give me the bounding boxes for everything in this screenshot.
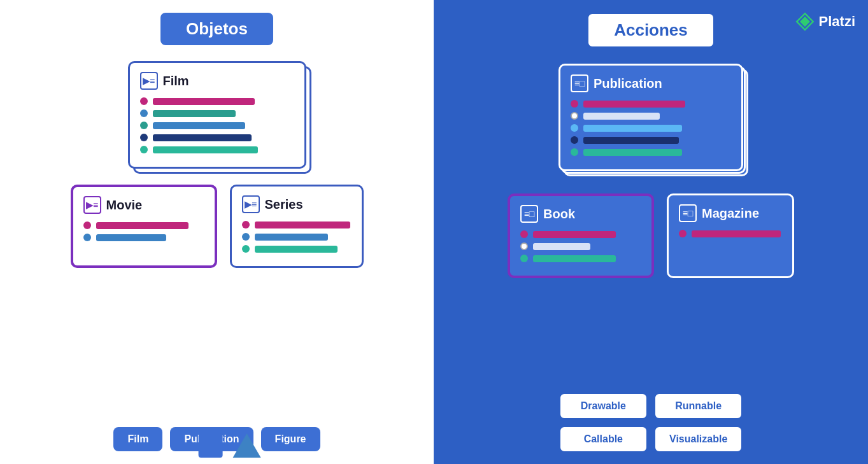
field-bar bbox=[153, 134, 252, 141]
dot bbox=[140, 134, 148, 141]
field-bar bbox=[533, 231, 616, 238]
field-bar bbox=[583, 101, 685, 108]
dot bbox=[242, 233, 250, 241]
square-shape bbox=[198, 433, 222, 458]
dot bbox=[140, 122, 148, 129]
field-bar bbox=[153, 146, 258, 153]
publication-card-stack: ≡□ Publication bbox=[559, 64, 743, 171]
book-icon: ≡□ bbox=[520, 205, 538, 223]
film-icon: ▶≡ bbox=[140, 72, 158, 90]
field-bar bbox=[255, 221, 350, 228]
dot bbox=[140, 97, 148, 105]
label-figure: Figure bbox=[261, 427, 320, 451]
movie-icon: ▶≡ bbox=[83, 196, 101, 214]
book-card: ≡□ Book bbox=[508, 193, 654, 278]
field-bar bbox=[533, 255, 616, 262]
field-bar bbox=[583, 113, 660, 120]
magazine-icon: ≡□ bbox=[679, 204, 697, 222]
pub-field-4 bbox=[571, 136, 731, 144]
field-bar bbox=[583, 125, 682, 132]
movie-field-2 bbox=[83, 234, 204, 241]
book-field-2 bbox=[520, 243, 641, 250]
field-bar bbox=[96, 234, 166, 241]
magazine-card: ≡□ Magazine bbox=[667, 193, 794, 278]
platzi-diamond-icon bbox=[795, 11, 815, 32]
movie-card: ▶≡ Movie bbox=[71, 185, 217, 268]
film-card: ▶≡ Film bbox=[128, 61, 306, 169]
pub-field-2 bbox=[571, 112, 731, 120]
right-header: Acciones bbox=[587, 13, 715, 48]
field-bar bbox=[533, 243, 590, 250]
label-drawable: Drawable bbox=[559, 393, 648, 419]
pub-field-1 bbox=[571, 100, 731, 108]
publication-card: ≡□ Publication bbox=[559, 64, 743, 171]
dot bbox=[140, 146, 148, 153]
film-field-2 bbox=[140, 109, 294, 117]
dot bbox=[242, 245, 250, 253]
dot bbox=[520, 243, 528, 250]
dot bbox=[520, 255, 528, 262]
field-bar bbox=[96, 222, 189, 229]
book-field-3 bbox=[520, 255, 641, 262]
platzi-logo: Platzi bbox=[795, 11, 855, 32]
dot bbox=[679, 230, 687, 237]
film-card-stack: ▶≡ Film bbox=[128, 61, 306, 169]
field-bar bbox=[255, 234, 328, 241]
series-field-2 bbox=[242, 233, 352, 241]
film-card-title: ▶≡ Film bbox=[140, 72, 294, 90]
label-callable: Callable bbox=[559, 426, 648, 453]
field-bar bbox=[583, 149, 682, 156]
dot bbox=[83, 221, 91, 229]
field-bar bbox=[692, 230, 781, 237]
film-field-3 bbox=[140, 122, 294, 129]
field-bar bbox=[153, 122, 245, 129]
dot bbox=[520, 230, 528, 238]
dot bbox=[571, 112, 578, 120]
field-bar bbox=[153, 110, 236, 117]
dot bbox=[571, 148, 578, 156]
series-card: ▶≡ Series bbox=[230, 185, 364, 268]
dot bbox=[571, 100, 578, 108]
series-card-title: ▶≡ Series bbox=[242, 195, 352, 213]
film-field-5 bbox=[140, 146, 294, 153]
book-card-title: ≡□ Book bbox=[520, 205, 641, 223]
label-runnable: Runnable bbox=[654, 393, 743, 419]
magazine-card-title: ≡□ Magazine bbox=[679, 204, 782, 222]
left-header: Objetos bbox=[160, 13, 273, 45]
series-field-1 bbox=[242, 221, 352, 228]
movie-field-1 bbox=[83, 221, 204, 229]
publication-icon: ≡□ bbox=[571, 74, 588, 92]
series-icon: ▶≡ bbox=[242, 195, 260, 213]
book-field-1 bbox=[520, 230, 641, 238]
right-bottom-row: ≡□ Book ≡□ Magazine bbox=[508, 193, 794, 278]
label-film: Film bbox=[113, 427, 162, 451]
dot bbox=[242, 221, 250, 228]
dot bbox=[83, 234, 91, 241]
dot bbox=[140, 109, 148, 117]
film-field-4 bbox=[140, 134, 294, 141]
left-panel: Objetos ▶≡ Film bbox=[0, 0, 434, 464]
pub-field-3 bbox=[571, 124, 731, 132]
movie-card-title: ▶≡ Movie bbox=[83, 196, 204, 214]
shapes-row bbox=[198, 433, 260, 458]
triangle-shape bbox=[232, 433, 260, 458]
pub-field-5 bbox=[571, 148, 731, 156]
field-bar bbox=[153, 98, 255, 105]
right-bottom-labels: Drawable Runnable Callable Visualizable bbox=[559, 393, 743, 453]
right-panel: Platzi Acciones ≡□ Publication bbox=[434, 0, 868, 464]
field-bar bbox=[583, 137, 679, 144]
dot bbox=[571, 124, 578, 132]
bottom-row: ▶≡ Movie ▶≡ Series bbox=[71, 185, 364, 268]
series-field-3 bbox=[242, 245, 352, 253]
film-field-1 bbox=[140, 97, 294, 105]
publication-card-title: ≡□ Publication bbox=[571, 74, 731, 92]
field-bar bbox=[255, 246, 338, 253]
magazine-field-1 bbox=[679, 230, 782, 237]
dot bbox=[571, 136, 578, 144]
label-visualizable: Visualizable bbox=[654, 426, 743, 453]
